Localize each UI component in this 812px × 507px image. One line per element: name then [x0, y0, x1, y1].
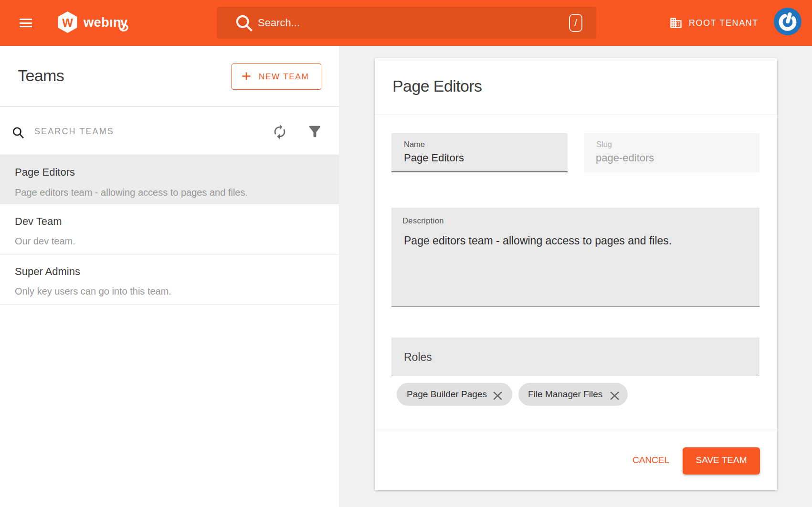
- svg-text:W: W: [62, 16, 73, 29]
